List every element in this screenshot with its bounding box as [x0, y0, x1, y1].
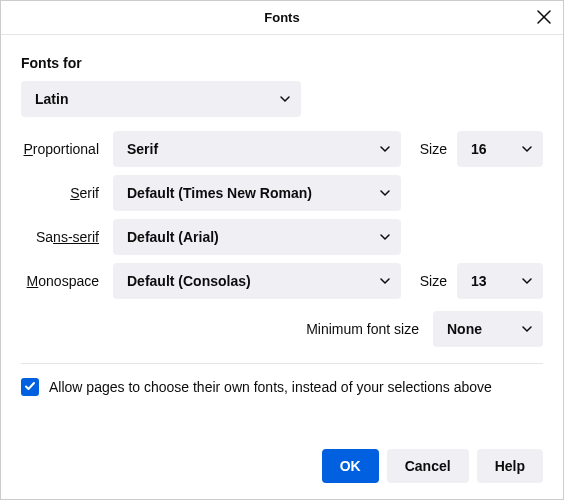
- serif-label: Serif: [21, 185, 113, 201]
- chevron-down-icon: [379, 187, 391, 199]
- proportional-size-value: 16: [471, 141, 487, 157]
- monospace-size-label: Size: [401, 273, 457, 289]
- proportional-value: Serif: [127, 141, 158, 157]
- minimum-select[interactable]: None: [433, 311, 543, 347]
- monospace-size-value: 13: [471, 273, 487, 289]
- minimum-label: Minimum font size: [306, 321, 433, 337]
- allow-pages-label: Allow pages to choose their own fonts, i…: [49, 379, 492, 395]
- minimum-value: None: [447, 321, 482, 337]
- help-button[interactable]: Help: [477, 449, 543, 483]
- fonts-for-heading: Fonts for: [21, 55, 543, 71]
- chevron-down-icon: [521, 275, 533, 287]
- divider: [21, 363, 543, 364]
- dialog-title: Fonts: [264, 10, 299, 25]
- monospace-value: Default (Consolas): [127, 273, 251, 289]
- serif-row: Serif Default (Times New Roman): [21, 175, 543, 211]
- chevron-down-icon: [521, 323, 533, 335]
- check-icon: [24, 379, 36, 395]
- titlebar: Fonts: [1, 1, 563, 35]
- chevron-down-icon: [279, 93, 291, 105]
- proportional-row: Proportional Serif Size 16: [21, 131, 543, 167]
- language-select[interactable]: Latin: [21, 81, 301, 117]
- allow-pages-row: Allow pages to choose their own fonts, i…: [21, 378, 543, 396]
- monospace-select[interactable]: Default (Consolas): [113, 263, 401, 299]
- minimum-row: Minimum font size None: [21, 311, 543, 347]
- chevron-down-icon: [379, 231, 391, 243]
- cancel-button[interactable]: Cancel: [387, 449, 469, 483]
- sansserif-select[interactable]: Default (Arial): [113, 219, 401, 255]
- monospace-row: Monospace Default (Consolas) Size 13: [21, 263, 543, 299]
- language-value: Latin: [35, 91, 68, 107]
- dialog-content: Fonts for Latin Proportional Serif Size …: [1, 35, 563, 449]
- close-button[interactable]: [531, 5, 557, 31]
- proportional-size-label: Size: [401, 141, 457, 157]
- serif-select[interactable]: Default (Times New Roman): [113, 175, 401, 211]
- close-icon: [537, 10, 551, 27]
- chevron-down-icon: [379, 143, 391, 155]
- sansserif-row: Sans-serif Default (Arial): [21, 219, 543, 255]
- allow-pages-checkbox[interactable]: [21, 378, 39, 396]
- proportional-label: Proportional: [21, 141, 113, 157]
- chevron-down-icon: [379, 275, 391, 287]
- serif-value: Default (Times New Roman): [127, 185, 312, 201]
- dialog-footer: OK Cancel Help: [1, 449, 563, 499]
- chevron-down-icon: [521, 143, 533, 155]
- sansserif-value: Default (Arial): [127, 229, 219, 245]
- monospace-label: Monospace: [21, 273, 113, 289]
- sansserif-label: Sans-serif: [21, 229, 113, 245]
- ok-button[interactable]: OK: [322, 449, 379, 483]
- monospace-size-select[interactable]: 13: [457, 263, 543, 299]
- proportional-select[interactable]: Serif: [113, 131, 401, 167]
- proportional-size-select[interactable]: 16: [457, 131, 543, 167]
